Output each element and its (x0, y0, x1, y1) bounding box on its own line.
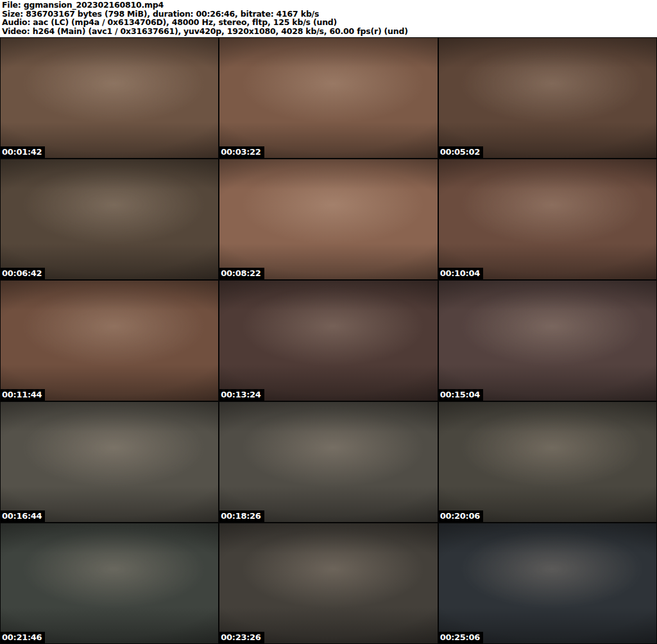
video-thumbnail: 00:23:26 (219, 523, 438, 644)
timestamp-overlay: 00:20:06 (439, 510, 483, 522)
video-thumbnail: 00:05:02 (438, 37, 657, 159)
video-thumbnail: 00:16:44 (0, 401, 219, 523)
timestamp-overlay: 00:08:22 (219, 268, 264, 279)
timestamp-overlay: 00:23:26 (219, 632, 264, 643)
video-thumbnail: 00:15:04 (438, 280, 657, 401)
timestamp-overlay: 00:01:42 (1, 146, 45, 158)
video-thumbnail: 00:21:46 (0, 523, 219, 644)
video-thumbnail: 00:03:22 (219, 37, 438, 159)
video-thumbnail: 00:08:22 (219, 159, 438, 280)
file-info-line: File: ggmansion_202302160810.mp4 (2, 1, 657, 10)
timestamp-overlay: 00:06:42 (1, 268, 45, 279)
timestamp-overlay: 00:21:46 (1, 632, 45, 643)
timestamp-overlay: 00:25:06 (439, 632, 483, 643)
video-info-line: Video: h264 (Main) (avc1 / 0x31637661), … (2, 27, 657, 36)
video-thumbnail: 00:11:44 (0, 280, 219, 401)
video-thumbnail: 00:18:26 (219, 401, 438, 523)
timestamp-overlay: 00:18:26 (219, 510, 264, 522)
contact-sheet: File: ggmansion_202302160810.mp4 Size: 8… (0, 0, 657, 644)
video-thumbnail: 00:13:24 (219, 280, 438, 401)
audio-info-line: Audio: aac (LC) (mp4a / 0x6134706D), 480… (2, 18, 657, 27)
video-thumbnail: 00:25:06 (438, 523, 657, 644)
size-info-line: Size: 836703167 bytes (798 MiB), duratio… (2, 10, 657, 19)
video-thumbnail: 00:06:42 (0, 159, 219, 280)
timestamp-overlay: 00:03:22 (219, 146, 264, 158)
timestamp-overlay: 00:11:44 (1, 389, 45, 401)
timestamp-overlay: 00:10:04 (439, 268, 483, 279)
video-thumbnail: 00:20:06 (438, 401, 657, 523)
timestamp-overlay: 00:05:02 (439, 146, 483, 158)
thumbnail-grid: 00:01:42 00:03:22 00:05:02 00:06:42 00:0… (0, 37, 657, 644)
metadata-header: File: ggmansion_202302160810.mp4 Size: 8… (0, 0, 657, 37)
video-thumbnail: 00:10:04 (438, 159, 657, 280)
video-thumbnail: 00:01:42 (0, 37, 219, 159)
timestamp-overlay: 00:16:44 (1, 510, 45, 522)
timestamp-overlay: 00:15:04 (439, 389, 483, 401)
timestamp-overlay: 00:13:24 (219, 389, 264, 401)
